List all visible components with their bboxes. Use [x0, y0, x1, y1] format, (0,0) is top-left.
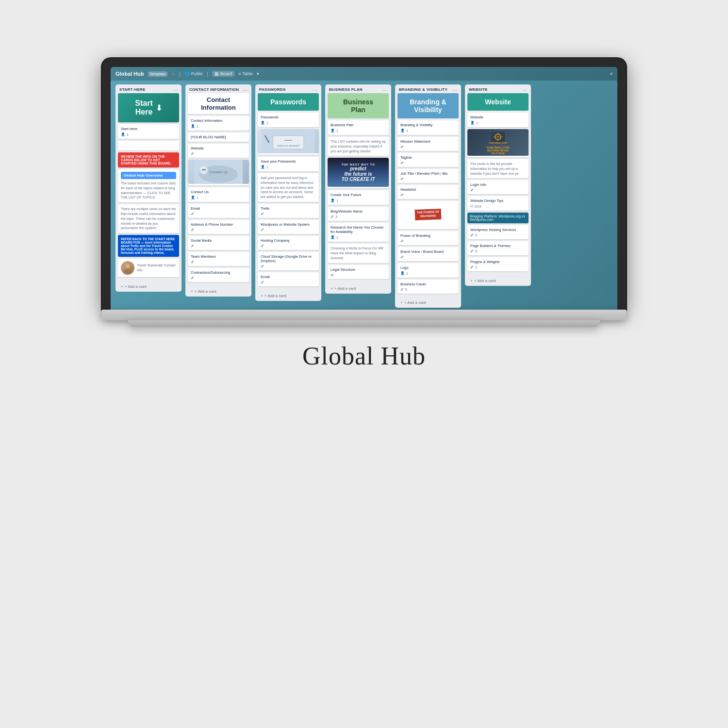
- table-tab[interactable]: ≡ Table: [238, 71, 253, 76]
- card-add-passwords-desc[interactable]: Add your passwords and log-in informatio…: [258, 173, 319, 202]
- card-text: Start Here: [121, 127, 137, 131]
- person-icon: 👤: [400, 271, 405, 275]
- card-website-desc[interactable]: The cards in this list provide informati…: [467, 159, 529, 178]
- card-meta: 🖇: [191, 276, 246, 280]
- list-menu-btn-passwords[interactable]: …: [313, 87, 317, 92]
- card-job-title[interactable]: Job Title / Elevator Pitch / Bio 🖇: [397, 169, 459, 183]
- card-trello[interactable]: Trello 🖇: [258, 204, 319, 218]
- template-badge: Template: [148, 71, 167, 77]
- card-hosting[interactable]: Hosting Company 🖇: [258, 236, 319, 250]
- card-research-name[interactable]: Research the Name You Choose for Availab…: [328, 223, 389, 242]
- card-power-branding[interactable]: Power of Branding 🖇: [397, 231, 459, 245]
- card-blogging-platform[interactable]: Blogging Platform: Wordpress.org vs Word…: [467, 213, 529, 223]
- list-title-contact: CONTACT INFORMATION: [189, 87, 239, 92]
- card-text: Wordpress or Website System: [261, 222, 310, 227]
- card-contact-image[interactable]: Contact us: [188, 160, 249, 185]
- card-website[interactable]: Website 🖇: [188, 144, 249, 158]
- add-card-btn-contact[interactable]: + + Add a card: [187, 287, 250, 296]
- card-email[interactable]: Email 🖇: [188, 204, 249, 218]
- card-text: Login Info: [470, 182, 486, 187]
- card-passwords[interactable]: Passwords 👤 1: [258, 113, 319, 127]
- card-blog-website-name[interactable]: Blog/Website Name 🖇 3: [328, 207, 389, 221]
- add-card-btn-start-here[interactable]: + + Add a card: [117, 282, 180, 291]
- add-card-btn-website[interactable]: + + Add a card: [466, 277, 529, 285]
- card-meta: 👤 1: [400, 129, 456, 132]
- list-header-website: WEBSITE …: [465, 84, 531, 93]
- star-icon[interactable]: ☆: [171, 71, 175, 76]
- card-business-plan[interactable]: Business Plan 👤 1: [328, 120, 389, 135]
- card-branding-image[interactable]: THE POWER OFBRANDING: [397, 201, 459, 229]
- page-title: Global Hub: [302, 342, 426, 370]
- card-wp-hosting[interactable]: Wordpress Hosting Services 🖇 3: [467, 225, 529, 239]
- website-image: SOMETIMES LATER SOMETIMES LATERBECOMES N…: [467, 129, 529, 156]
- card-contact-us[interactable]: Contact Us 👤 1: [188, 187, 249, 202]
- card-meta: 🖇: [400, 145, 456, 149]
- card-start-here-title[interactable]: Start Here 👤 1: [118, 124, 179, 139]
- card-multiple-cards[interactable]: There are multiple cards on each list th…: [118, 204, 179, 233]
- list-menu-btn-branding[interactable]: …: [452, 87, 457, 92]
- card-website-image[interactable]: SOMETIMES LATER SOMETIMES LATERBECOMES N…: [467, 129, 529, 157]
- card-meta: 🖇: [261, 228, 316, 232]
- card-blog-name[interactable]: [YOUR BLOG NAME]: [188, 132, 249, 142]
- board-tab[interactable]: ▦ Board: [212, 71, 234, 77]
- attachment-icon: 🖇: [400, 255, 404, 259]
- card-plugins[interactable]: Plugins & Widgets 🖇 2: [467, 257, 529, 271]
- card-tagline[interactable]: Tagline 🖇: [397, 153, 459, 167]
- card-start-here[interactable]: StartHere ⬇: [118, 93, 179, 122]
- attachment-icon: 🖇: [400, 177, 404, 181]
- card-travel-teammate[interactable]: T Travel Teammate Contact Info: [118, 259, 179, 277]
- card-legal[interactable]: Legal Structure 🖇: [328, 265, 389, 279]
- menu-icon[interactable]: ≡: [610, 71, 612, 76]
- attachment-icon: 🖇: [331, 215, 334, 218]
- add-card-btn-business[interactable]: + + Add a card: [327, 284, 390, 293]
- card-meta: 🖇: [261, 265, 316, 268]
- card-save-passwords[interactable]: Save your Passwords 👤 1: [258, 157, 319, 171]
- card-business-desc[interactable]: This LIST contains info for setting up y…: [328, 137, 389, 156]
- card-global-hub-overview[interactable]: Global Hub Overview The board includes o…: [118, 169, 179, 202]
- card-contact-info[interactable]: Contact Information 👤 1: [188, 116, 249, 131]
- card-contact-title[interactable]: ContactInformation: [188, 93, 249, 114]
- card-website-title[interactable]: Website: [467, 93, 529, 111]
- card-refer-back[interactable]: REFER BACK TO THE START HERE BOARD FOR —…: [118, 235, 179, 257]
- card-create-future[interactable]: Create Your Future 👤 1: [328, 190, 389, 205]
- card-design-tips[interactable]: Website Design Tips ☑ 0/14: [467, 196, 529, 211]
- person-icon: 👤: [191, 196, 195, 199]
- list-menu-btn-contact[interactable]: …: [243, 87, 248, 92]
- card-branding-vis[interactable]: Branding & Visibility 👤 1: [397, 120, 459, 135]
- card-contractors[interactable]: Contractors/Outsourcing 🖇: [188, 268, 249, 282]
- card-team-members[interactable]: Team Members 🖇: [188, 252, 249, 266]
- card-logo[interactable]: Logo 👤 1: [397, 263, 459, 278]
- card-niche[interactable]: Choosing a Niche to Focus On Will Have t…: [328, 244, 389, 263]
- card-brand-voice[interactable]: Brand Voice / Brand Board 🖇: [397, 247, 459, 261]
- person-icon: 👤: [261, 165, 265, 169]
- card-cloud-storage[interactable]: Cloud Storage (Google Drive or Dropbox) …: [258, 252, 319, 270]
- add-card-btn-branding[interactable]: + + Add a card: [397, 298, 460, 307]
- review-text: REVIEW THE INFO ON THE CARDS BELOW TO GE…: [121, 155, 171, 165]
- card-website[interactable]: Website 👤 1: [467, 113, 529, 127]
- card-passwords-title[interactable]: Passwords: [258, 93, 319, 111]
- card-review[interactable]: REVIEW THE INFO ON THE CARDS BELOW TO GE…: [118, 152, 179, 167]
- card-login-info[interactable]: Login Info 🖇: [467, 180, 529, 194]
- card-empty[interactable]: [118, 141, 179, 150]
- list-menu-btn-website[interactable]: …: [522, 87, 527, 92]
- avatar-placeholder: T: [121, 261, 134, 275]
- list-menu-btn-business[interactable]: …: [382, 87, 387, 92]
- card-social-media[interactable]: Social Media 🖇: [188, 236, 249, 250]
- add-card-btn-passwords[interactable]: + + Add a card: [257, 292, 320, 300]
- card-headshot[interactable]: Headshot 🖇: [397, 185, 459, 199]
- card-meta: 🖇: [400, 255, 456, 259]
- person-icon: 👤: [191, 124, 195, 128]
- list-header-business: BUSINESS PLAN …: [325, 84, 391, 93]
- card-business-image[interactable]: THE BEST WAY TO predictthe future isTO C…: [328, 158, 389, 188]
- list-menu-btn[interactable]: …: [173, 87, 178, 92]
- card-business-cards[interactable]: Business Cards 🖇 5: [397, 280, 459, 294]
- card-mission[interactable]: Mission Statement 🖇: [397, 137, 459, 151]
- card-page-builders[interactable]: Page Builders & Themes 🖇 5: [467, 241, 529, 255]
- card-password-image[interactable]: •••••••• Forgot your password?: [258, 129, 319, 155]
- card-branding-title[interactable]: Branding &Visibility: [397, 93, 459, 118]
- card-email-password[interactable]: Email 🖇: [258, 272, 319, 286]
- card-address[interactable]: Address & Phone Number 🖇: [188, 220, 249, 234]
- card-business-title[interactable]: BusinessPlan: [328, 93, 389, 118]
- card-wordpress-system[interactable]: Wordpress or Website System 🖇: [258, 220, 319, 234]
- list-header-passwords: PASSWORDS …: [255, 84, 321, 93]
